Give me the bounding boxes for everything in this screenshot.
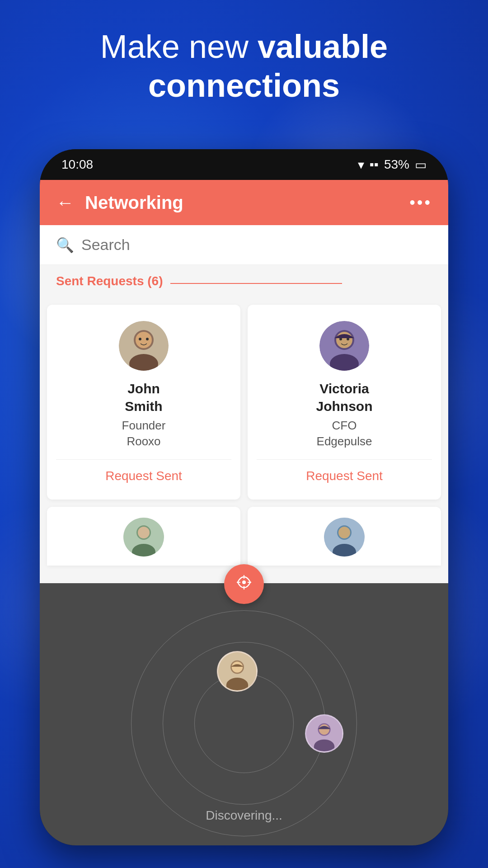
fab-icon — [234, 572, 254, 596]
card-divider-2 — [257, 459, 432, 460]
svg-point-3 — [136, 332, 152, 348]
svg-point-28 — [232, 662, 243, 673]
card-role-victoria: CFO — [332, 419, 357, 433]
phone-shell: 10:08 ▾ ▪▪ 53% ▭ ← Networking ••• 🔍 Sent… — [40, 149, 448, 845]
avatar-john-smith — [119, 321, 169, 371]
avatar-person3 — [123, 518, 164, 557]
battery-text: 53% — [384, 157, 409, 172]
card-divider-1 — [56, 459, 231, 460]
card-company-john: Rooxo — [127, 434, 160, 448]
section-divider — [170, 283, 342, 284]
card-role-john: Founder — [122, 419, 166, 433]
card-partial-4 — [248, 507, 441, 566]
wifi-icon: ▾ — [358, 157, 364, 172]
card-action-victoria[interactable]: Request Sent — [306, 469, 383, 483]
svg-point-19 — [338, 527, 350, 538]
more-button[interactable]: ••• — [409, 193, 432, 212]
svg-point-4 — [139, 338, 141, 340]
headline: Make new valuable connections — [0, 27, 488, 105]
status-time: 10:08 — [61, 157, 93, 172]
card-name-john: JohnSmith — [125, 380, 162, 415]
signal-icon: ▪▪ — [370, 157, 379, 172]
battery-icon: ▭ — [415, 157, 427, 172]
avatar-person4 — [324, 518, 365, 557]
card-john-smith: JohnSmith Founder Rooxo Request Sent — [47, 305, 240, 500]
card-victoria-johnson: VictoriaJohnson CFO Edgepulse Request Se… — [248, 305, 441, 500]
svg-point-15 — [138, 527, 150, 538]
top-bar: ← Networking ••• — [40, 180, 448, 225]
card-action-john[interactable]: Request Sent — [105, 469, 182, 483]
radar: Discovering... — [131, 610, 357, 836]
cards-area: JohnSmith Founder Rooxo Request Sent — [40, 297, 448, 583]
back-button[interactable]: ← — [56, 193, 74, 213]
headline-normal: Make new — [100, 28, 258, 65]
discovery-panel: Discovering... — [40, 583, 448, 845]
status-bar: 10:08 ▾ ▪▪ 53% ▭ — [40, 149, 448, 180]
headline-bold-connections: connections — [148, 67, 340, 104]
section-header: Sent Requests (6) — [40, 265, 448, 297]
app-content: ← Networking ••• 🔍 Sent Requests (6) — [40, 180, 448, 845]
card-company-victoria: Edgepulse — [317, 434, 372, 448]
card-name-victoria: VictoriaJohnson — [316, 380, 373, 415]
avatar-victoria-johnson — [319, 321, 369, 371]
cards-grid: JohnSmith Founder Rooxo Request Sent — [47, 305, 441, 566]
status-right: ▾ ▪▪ 53% ▭ — [358, 157, 427, 172]
card-partial-3 — [47, 507, 240, 566]
screen-title: Networking — [85, 193, 409, 213]
svg-point-20 — [242, 580, 246, 584]
radar-person-1 — [217, 651, 258, 692]
discovering-text: Discovering... — [131, 808, 357, 823]
svg-point-32 — [319, 724, 329, 735]
section-title: Sent Requests (6) — [56, 274, 163, 288]
search-input[interactable] — [81, 236, 432, 254]
search-icon: 🔍 — [56, 236, 74, 254]
radar-person-2 — [305, 714, 343, 753]
headline-bold-valuable: valuable — [258, 28, 388, 65]
fab-button[interactable] — [224, 564, 264, 604]
svg-point-5 — [146, 338, 149, 340]
search-bar: 🔍 — [40, 225, 448, 265]
